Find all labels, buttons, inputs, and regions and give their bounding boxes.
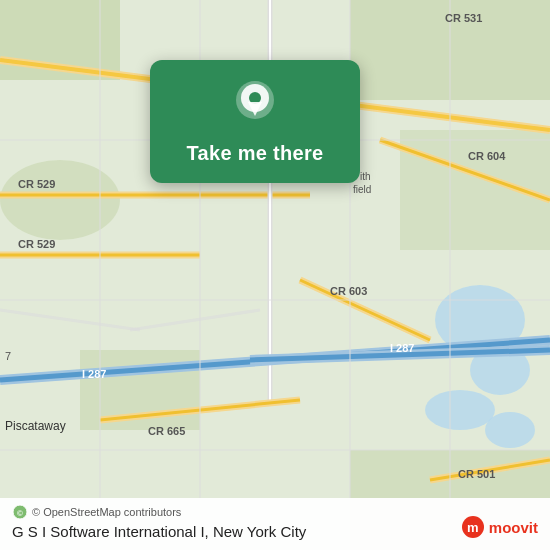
svg-point-3	[425, 390, 495, 430]
map-container: CR 531 CR 529 CR 529 CR 604 CR 603 I 287…	[0, 0, 550, 550]
place-name: G S I Software International I, New York…	[12, 523, 538, 540]
take-me-there-button[interactable]: Take me there	[187, 142, 324, 165]
location-pin-icon	[228, 78, 282, 132]
location-card[interactable]: Take me there	[150, 60, 360, 183]
svg-text:©: ©	[17, 509, 23, 518]
svg-text:CR 531: CR 531	[445, 12, 482, 24]
svg-text:CR 665: CR 665	[148, 425, 185, 437]
svg-text:I 287: I 287	[390, 342, 414, 354]
svg-text:CR 529: CR 529	[18, 178, 55, 190]
svg-point-4	[485, 412, 535, 448]
svg-text:CR 529: CR 529	[18, 238, 55, 250]
svg-text:field: field	[353, 184, 371, 195]
svg-text:CR 604: CR 604	[468, 150, 506, 162]
svg-text:CR 603: CR 603	[330, 285, 367, 297]
moovit-text: moovit	[489, 519, 538, 536]
svg-text:ith: ith	[360, 171, 371, 182]
svg-point-7	[0, 160, 120, 240]
moovit-m-icon: m	[462, 516, 484, 538]
bottom-bar: © © OpenStreetMap contributors G S I Sof…	[0, 498, 550, 550]
svg-text:Piscataway: Piscataway	[5, 419, 66, 433]
osm-logo-icon: ©	[12, 504, 28, 520]
svg-text:I 287: I 287	[82, 368, 106, 380]
attribution: © © OpenStreetMap contributors	[12, 504, 538, 520]
attribution-text: © OpenStreetMap contributors	[32, 506, 181, 518]
moovit-logo: m moovit	[462, 516, 538, 538]
svg-text:7: 7	[5, 350, 11, 362]
svg-text:CR 501: CR 501	[458, 468, 495, 480]
